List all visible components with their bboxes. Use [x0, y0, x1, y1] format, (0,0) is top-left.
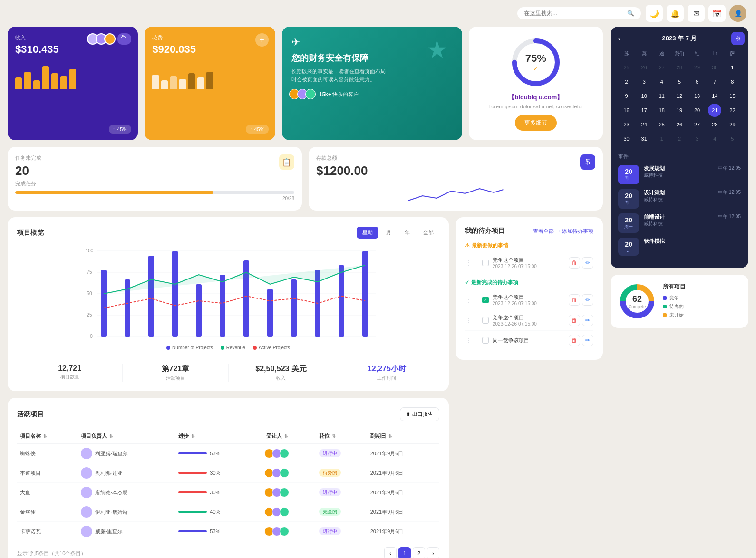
search-box[interactable]: 🔍	[517, 7, 641, 19]
drag-handle-4[interactable]: ⋮⋮	[465, 337, 478, 344]
user-avatar[interactable]: 👤	[729, 5, 746, 22]
moon-icon[interactable]: 🌙	[646, 5, 663, 22]
add-todo-link[interactable]: + 添加待办事项	[558, 228, 593, 235]
more-details-button[interactable]: 更多细节	[515, 115, 557, 131]
sort-icon-due[interactable]: ⇅	[388, 434, 392, 439]
cal-day[interactable]: 24	[638, 118, 651, 131]
cal-day[interactable]: 28	[708, 118, 721, 131]
cal-day[interactable]: 2	[620, 75, 633, 88]
edit-todo-3-button[interactable]: ✏	[582, 315, 593, 326]
cal-day[interactable]: 18	[655, 104, 669, 117]
edit-todo-2-button[interactable]: ✏	[582, 294, 593, 306]
cal-day[interactable]: 3	[690, 132, 704, 145]
cal-day[interactable]: 20	[690, 104, 704, 117]
cal-day[interactable]: 29	[690, 61, 704, 74]
cal-day[interactable]: 30	[620, 132, 633, 145]
cal-day[interactable]: 17	[638, 104, 651, 117]
cal-day[interactable]: 19	[673, 104, 686, 117]
warning-icon: ⚠	[465, 242, 470, 249]
cal-day[interactable]: 11	[655, 89, 669, 103]
add-expense-button[interactable]: +	[255, 33, 269, 47]
cal-day[interactable]: 5	[673, 75, 686, 88]
cal-day[interactable]: 26	[673, 118, 686, 131]
cal-day[interactable]: 30	[708, 61, 721, 74]
tab-year[interactable]: 年	[399, 227, 416, 239]
todo-checkbox-2[interactable]: ✓	[482, 297, 489, 303]
table-row: 大鱼 唐纳德·本杰明 30% 进行中 2021年9月6日	[17, 483, 439, 502]
cal-day[interactable]: 26	[638, 61, 651, 74]
cal-day[interactable]: 16	[620, 104, 633, 117]
cal-day[interactable]: 7	[708, 75, 721, 88]
cal-day[interactable]: 23	[620, 118, 633, 131]
sort-icon-owner[interactable]: ⇅	[109, 434, 113, 439]
calendar-icon[interactable]: 📅	[708, 5, 726, 22]
tab-all[interactable]: 全部	[417, 227, 439, 239]
drag-handle-2[interactable]: ⋮⋮	[465, 296, 478, 304]
cal-day[interactable]: 21	[708, 104, 721, 117]
tab-week[interactable]: 星期	[357, 227, 378, 239]
ebar-3	[170, 76, 177, 89]
calendar-card: ‹ 2023 年 7 月 › ⚙ 苏 莫 途 我们 社 Fr 萨 2526272…	[611, 27, 748, 268]
cal-day[interactable]: 3	[638, 75, 651, 88]
cal-day[interactable]: 6	[690, 75, 704, 88]
edit-todo-1-button[interactable]: ✏	[582, 257, 593, 269]
sort-icon-assignee[interactable]: ⇅	[284, 434, 288, 439]
drag-handle-3[interactable]: ⋮⋮	[465, 317, 478, 324]
cell-assignee-4	[263, 522, 316, 541]
cal-day[interactable]: 8	[726, 75, 739, 88]
svg-rect-22	[339, 265, 344, 337]
cal-day[interactable]: 31	[638, 132, 651, 145]
cal-day[interactable]: 25	[620, 61, 633, 74]
cal-day[interactable]: 5	[726, 132, 739, 145]
cal-day[interactable]: 4	[708, 132, 721, 145]
todo-checkbox-4[interactable]	[482, 337, 489, 344]
cal-day[interactable]: 25	[655, 118, 669, 131]
delete-todo-4-button[interactable]: 🗑	[569, 335, 580, 346]
sort-icon-progress[interactable]: ⇅	[191, 434, 195, 439]
cal-day[interactable]: 10	[638, 89, 651, 103]
cal-day[interactable]: 15	[726, 89, 739, 103]
prev-page-button[interactable]: ‹	[384, 547, 397, 558]
svg-text:Jan: Jan	[100, 341, 107, 341]
search-input[interactable]	[524, 10, 623, 17]
cal-settings-button[interactable]: ⚙	[731, 32, 745, 45]
cal-day[interactable]: 4	[655, 75, 669, 88]
delete-todo-3-button[interactable]: 🗑	[569, 315, 580, 326]
cal-day[interactable]: 13	[690, 89, 704, 103]
cal-day[interactable]: 1	[726, 61, 739, 74]
cal-day[interactable]: 22	[726, 104, 739, 117]
delete-todo-2-button[interactable]: 🗑	[569, 294, 580, 306]
cal-day[interactable]: 27	[655, 61, 669, 74]
cal-header-wrap: ‹ 2023 年 7 月 › ⚙	[618, 34, 741, 43]
mail-icon[interactable]: ✉	[688, 5, 705, 22]
todo-checkbox-1[interactable]	[482, 260, 489, 266]
small-cards-row: 📋 任务未完成 20 完成任务 20/28 $ 存款总额 $1200.00	[8, 147, 603, 211]
export-report-button[interactable]: ⬆ 出口报告	[400, 407, 439, 421]
cal-day[interactable]: 28	[673, 61, 686, 74]
settings-icon: ⚙	[735, 35, 741, 42]
drag-handle-1[interactable]: ⋮⋮	[465, 259, 478, 267]
cal-day[interactable]: 9	[620, 89, 633, 103]
cal-day[interactable]: 14	[708, 89, 721, 103]
cal-day[interactable]: 1	[655, 132, 669, 145]
bell-icon[interactable]: 🔔	[667, 5, 684, 22]
page-1-button[interactable]: 1	[398, 547, 411, 558]
delete-todo-1-button[interactable]: 🗑	[569, 257, 580, 269]
edit-todo-4-button[interactable]: ✏	[582, 335, 593, 346]
sort-icon-status[interactable]: ⇅	[332, 434, 336, 439]
page-2-button[interactable]: 2	[413, 547, 425, 558]
svg-text:Nov: Nov	[337, 341, 346, 341]
topbar: 🔍 🌙 🔔 ✉ 📅 👤	[0, 0, 756, 27]
promo-avatars	[291, 89, 316, 99]
cal-day[interactable]: 29	[726, 118, 739, 131]
event-item-3: 20 ... 软件模拟	[618, 238, 741, 256]
tab-month[interactable]: 月	[380, 227, 397, 239]
next-page-button[interactable]: ›	[427, 547, 439, 558]
cal-day[interactable]: 27	[690, 118, 704, 131]
todo-checkbox-3[interactable]	[482, 317, 489, 324]
cal-day[interactable]: 12	[673, 89, 686, 103]
view-all-todo-link[interactable]: 查看全部	[533, 228, 554, 235]
sort-icon-name[interactable]: ⇅	[43, 434, 47, 439]
cal-day[interactable]: 2	[673, 132, 686, 145]
cal-prev-button[interactable]: ‹	[618, 34, 620, 43]
